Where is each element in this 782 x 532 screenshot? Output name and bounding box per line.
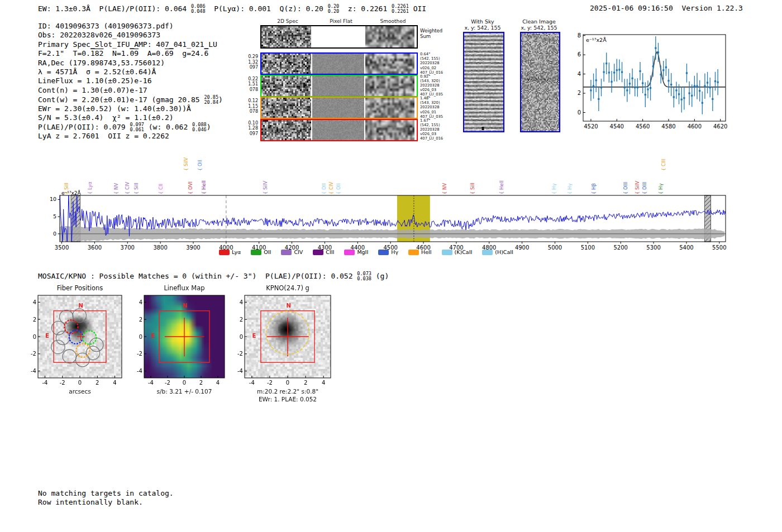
sky-panel-title: With Skyx, y: 542, 155 bbox=[455, 18, 511, 31]
summary-header: EW: 1.3±0.3Å P(LAE)/P(OII): 0.064 0.0860… bbox=[38, 4, 426, 13]
info-line: λ = 4571Å σ = 2.52(±0.64)Å bbox=[38, 68, 223, 76]
svg-text:-2: -2 bbox=[237, 351, 243, 357]
emission-line-label: { OIII bbox=[642, 182, 647, 194]
svg-text:4: 4 bbox=[216, 380, 220, 386]
emission-line-label: { SiII bbox=[470, 183, 475, 194]
svg-text:3500: 3500 bbox=[55, 245, 69, 251]
legend-swatch bbox=[378, 250, 389, 255]
svg-text:N: N bbox=[183, 303, 187, 309]
ws-smooth bbox=[365, 26, 414, 47]
lineflux-map-panel: Lineflux Map-4-4-2-2002244NEs/b: 3.21 +/… bbox=[137, 284, 240, 404]
svg-text:8: 8 bbox=[578, 32, 581, 39]
svg-text:5400: 5400 bbox=[679, 245, 693, 251]
svg-text:4600: 4600 bbox=[688, 123, 702, 130]
legend-swatch bbox=[482, 250, 493, 255]
info-line: EWr = 2.30(±0.52) (w: 1.40(±0.30))Å bbox=[38, 104, 223, 113]
fiber-spec-image bbox=[261, 54, 311, 74]
svg-text:N: N bbox=[78, 303, 83, 309]
timestamp: 2025-01-06 09:16:50 bbox=[590, 4, 673, 12]
sky-panel bbox=[463, 32, 504, 132]
stacked-value: 0.0730.038 bbox=[357, 271, 371, 281]
info-line: ID: 4019096373 (4019096373.pdf) bbox=[38, 22, 223, 31]
svg-text:2: 2 bbox=[96, 380, 99, 386]
svg-text:0: 0 bbox=[78, 380, 82, 386]
svg-text:4: 4 bbox=[240, 299, 243, 305]
svg-text:4: 4 bbox=[33, 299, 36, 305]
svg-text:0: 0 bbox=[240, 334, 243, 340]
info-line: Obs: 20220328v026_4019096373 bbox=[38, 31, 223, 40]
fiber-row-left-label: 0.121.15078 bbox=[241, 98, 258, 114]
emission-line-label: { OII bbox=[321, 183, 327, 194]
stacked-value: 20.8520.84 bbox=[204, 95, 218, 104]
version-label: Version 1.22.3 bbox=[681, 4, 743, 12]
svg-text:-2: -2 bbox=[267, 380, 273, 386]
svg-text:4: 4 bbox=[139, 299, 142, 305]
elixer-report-page: EW: 1.3±0.3Å P(LAE)/P(OII): 0.064 0.0860… bbox=[0, 0, 782, 532]
legend-swatch bbox=[251, 250, 261, 255]
stacked-value: 0.200.20 bbox=[328, 4, 339, 13]
fiber-smooth-image bbox=[365, 54, 414, 74]
info-line: LyA z = 2.7601 OII z = 0.2262 bbox=[38, 132, 223, 141]
svg-text:5500: 5500 bbox=[712, 245, 726, 251]
svg-text:-2: -2 bbox=[60, 380, 65, 386]
legend-swatch bbox=[344, 250, 355, 255]
svg-text:0: 0 bbox=[33, 334, 36, 340]
emission-line-label: { Hγ bbox=[658, 183, 664, 194]
legend-item: OII bbox=[251, 249, 271, 255]
emission-line-label: { SiIV bbox=[263, 181, 268, 194]
svg-text:5100: 5100 bbox=[581, 245, 595, 251]
info-line: Primary Spec_Slot_IFU_AMP: 407_041_021_L… bbox=[38, 40, 223, 49]
svg-text:-2: -2 bbox=[165, 380, 170, 386]
fiber-row-right-label: 1.67"(542, 155)20220328v026_03407_LU_016 bbox=[420, 118, 454, 141]
legend-item: MgII bbox=[344, 249, 368, 255]
fiber-spec-image bbox=[261, 76, 311, 96]
info-line: LineFlux = 1.10(±0.25)e-16 bbox=[38, 76, 223, 85]
spectrum-chart: 3500360037003800390040004100420043004400… bbox=[34, 190, 743, 251]
svg-text:-4: -4 bbox=[148, 380, 154, 386]
info-line: Cont(w) = 2.20(±0.01)e-17 (gmag 20.85 20… bbox=[38, 95, 223, 104]
emission-line-label: { OII bbox=[336, 183, 341, 194]
svg-text:0: 0 bbox=[183, 380, 186, 386]
fiber-cutout-row bbox=[260, 75, 418, 97]
svg-text:6: 6 bbox=[578, 51, 581, 57]
legend-swatch bbox=[281, 250, 292, 255]
fiber-cutout-row bbox=[260, 52, 418, 75]
fiber-flat-image bbox=[312, 76, 364, 96]
emission-line-label: { Hγ bbox=[551, 183, 557, 194]
timestamp-version: 2025-01-06 09:16:50 Version 1.22.3 bbox=[590, 4, 743, 12]
ws-spec bbox=[261, 26, 311, 47]
fiber-row-left-label: 0.291.32097 bbox=[241, 54, 258, 70]
svg-text:e⁻¹⁷x2Å: e⁻¹⁷x2Å bbox=[586, 37, 607, 43]
svg-text:3900: 3900 bbox=[186, 245, 200, 251]
legend-item: HeII bbox=[408, 249, 432, 255]
svg-text:4: 4 bbox=[322, 380, 325, 386]
stacked-value: 0.0860.048 bbox=[191, 4, 206, 13]
svg-text:3700: 3700 bbox=[121, 245, 135, 251]
linefit-chart: 45204540456045804600462002468e⁻¹⁷x2Å bbox=[575, 25, 737, 134]
footer-line-1: No matching targets in catalog. bbox=[38, 489, 174, 498]
kpno-xlabel2: EWr: 1. PLAE: 0.052 bbox=[245, 396, 331, 402]
svg-text:-2: -2 bbox=[137, 351, 142, 357]
svg-text:5300: 5300 bbox=[646, 245, 660, 251]
footer-notes: No matching targets in catalog. Row inte… bbox=[38, 489, 174, 507]
svg-text:2: 2 bbox=[33, 317, 36, 323]
stacked-value: 0.22610.2261 bbox=[392, 4, 409, 13]
stacked-value: 0.0970.061 bbox=[130, 122, 144, 132]
svg-text:3600: 3600 bbox=[88, 245, 102, 251]
emission-line-label: { CIII bbox=[661, 159, 666, 171]
emission-line-label: { Hγ bbox=[567, 183, 573, 194]
fiber-row-left-label: 0.221.51078 bbox=[241, 76, 258, 93]
legend-swatch bbox=[408, 250, 419, 255]
legend-item: (H)CaII bbox=[482, 249, 513, 255]
fiber-spec-image bbox=[261, 98, 311, 118]
svg-text:2: 2 bbox=[199, 380, 203, 386]
svg-text:-4: -4 bbox=[137, 368, 142, 374]
footer-line-2: Row intentionally blank. bbox=[38, 498, 174, 507]
emission-line-label: { SiIV bbox=[183, 157, 189, 171]
svg-text:5000: 5000 bbox=[548, 245, 562, 251]
emission-line-label: { Hβ bbox=[591, 183, 597, 194]
svg-text:4: 4 bbox=[113, 380, 116, 386]
cutout-overlay: -4-4-2-2002244NE bbox=[137, 284, 240, 404]
info-line: Cont(n) = 1.30(±0.07)e-17 bbox=[38, 86, 223, 95]
legend-item: (K)CaII bbox=[442, 249, 473, 255]
